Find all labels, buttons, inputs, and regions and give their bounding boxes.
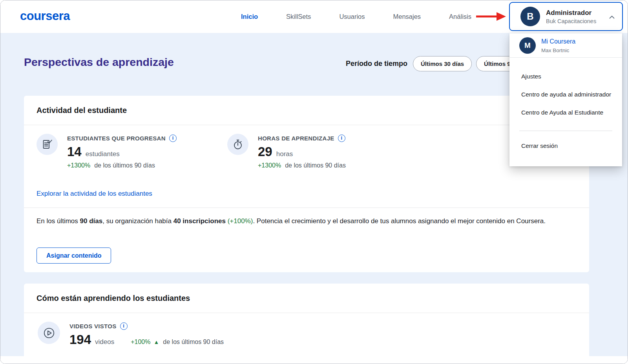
- document-check-icon: [37, 134, 58, 155]
- metric-delta-suffix: de los últimos 90 días: [285, 162, 346, 169]
- nav-item-mensajes[interactable]: Mensajes: [393, 13, 421, 20]
- metric-delta-suffix: de los últimos 90 días: [94, 162, 155, 169]
- account-dropdown-menu: M Mi Coursera Max Bortnic Ajustes Centro…: [509, 33, 622, 166]
- activity-card-title: Actividad del estudiante: [37, 106, 127, 115]
- metric-value: 194: [69, 332, 91, 347]
- explore-activity-link[interactable]: Explorar la actividad de los estudiantes: [37, 190, 152, 198]
- coursera-logo[interactable]: coursera: [20, 9, 70, 23]
- time-period-label: Período de tiempo: [346, 60, 407, 68]
- enrollment-summary: En los últimos 90 días, su organización …: [37, 215, 571, 227]
- metric-delta: +100%: [131, 339, 150, 346]
- summary-text: En los últimos: [37, 217, 80, 225]
- how-students-learn-card: Cómo están aprendiendo los estudiantes V…: [24, 284, 589, 357]
- menu-item-centro-ayuda-administrador[interactable]: Centro de ayuda al administrador: [509, 87, 622, 102]
- nav-item-inicio[interactable]: Inicio: [241, 13, 258, 20]
- metric-label: VIDEOS VISTOS: [69, 323, 117, 329]
- learning-card-title: Cómo están aprendiendo los estudiantes: [37, 294, 190, 303]
- summary-text: , su organización había: [102, 217, 173, 225]
- play-icon: [38, 322, 60, 344]
- metric-unit: horas: [276, 150, 293, 158]
- metric-text: ESTUDIANTES QUE PROGRESAN i 14 estudiant…: [67, 135, 177, 169]
- account-menu-button[interactable]: B Administrador Buk Capacitaciones: [509, 2, 623, 31]
- metric-delta: +1300%: [67, 162, 90, 169]
- profile-title: Mi Coursera: [541, 38, 575, 45]
- assign-content-button[interactable]: Asignar contenido: [37, 248, 111, 264]
- metric-horas-aprendizaje: HORAS DE APRENDIZAJE i 29 horas +1300% d…: [227, 134, 418, 169]
- summary-text: . Potencia el crecimiento y el desarroll…: [253, 217, 546, 225]
- account-name: Administrador: [546, 9, 596, 17]
- period-pill-30-dias[interactable]: Últimos 30 días: [413, 56, 472, 71]
- menu-item-centro-ayuda-estudiante[interactable]: Centro de Ayuda al Estudiante: [509, 105, 622, 120]
- triangle-up-icon: ▲: [153, 339, 159, 345]
- metric-delta: +1300%: [258, 162, 281, 169]
- metric-text: HORAS DE APRENDIZAJE i 29 horas +1300% d…: [258, 135, 346, 169]
- info-icon[interactable]: i: [120, 322, 128, 330]
- user-avatar: M: [519, 37, 536, 54]
- metric-videos-vistos: VIDEOS VISTOS i 194 videos +100% ▲ de lo…: [38, 322, 224, 347]
- menu-item-ajustes[interactable]: Ajustes: [509, 69, 622, 84]
- info-icon[interactable]: i: [169, 135, 177, 142]
- summary-green-delta: (+100%): [228, 217, 253, 225]
- summary-bold-90-dias: 90 días: [80, 217, 103, 225]
- page-title: Perspectivas de aprendizaje: [24, 56, 174, 69]
- nav-item-skillsets[interactable]: SkillSets: [286, 13, 311, 20]
- metric-label: ESTUDIANTES QUE PROGRESAN: [67, 135, 166, 142]
- student-activity-card: Actividad del estudiante: [24, 96, 589, 272]
- chevron-up-icon: [609, 15, 615, 19]
- top-nav-bar: coursera Inicio SkillSets Usuarios Mensa…: [0, 0, 628, 33]
- activity-metrics: ESTUDIANTES QUE PROGRESAN i 14 estudiant…: [37, 134, 418, 169]
- metric-value: 14: [67, 144, 82, 159]
- account-text: Administrador Buk Capacitaciones: [546, 9, 596, 24]
- admin-avatar: B: [520, 7, 540, 26]
- metric-text: VIDEOS VISTOS i 194 videos +100% ▲ de lo…: [69, 322, 224, 347]
- card-header: Cómo están aprendiendo los estudiantes: [24, 284, 589, 313]
- dropdown-profile-mi-coursera[interactable]: M Mi Coursera Max Bortnic: [509, 33, 622, 58]
- metric-unit: videos: [95, 338, 114, 346]
- stopwatch-icon: [227, 134, 248, 155]
- summary-bold-inscripciones: 40 inscripciones: [173, 217, 226, 225]
- profile-subtitle: Max Bortnic: [541, 47, 569, 53]
- nav-item-usuarios[interactable]: Usuarios: [339, 13, 365, 20]
- menu-item-cerrar-sesion[interactable]: Cerrar sesión: [509, 138, 622, 154]
- metric-label: HORAS DE APRENDIZAJE: [258, 135, 334, 142]
- metric-unit: estudiantes: [86, 150, 120, 158]
- primary-nav: Inicio SkillSets Usuarios Mensajes Análi…: [241, 0, 471, 33]
- metric-delta-suffix: de los últimos 90 días: [163, 339, 224, 346]
- metric-estudiantes-progresan: ESTUDIANTES QUE PROGRESAN i 14 estudiant…: [37, 134, 227, 169]
- metric-value: 29: [258, 144, 272, 159]
- card-divider: [24, 207, 589, 208]
- bottom-strip: [0, 356, 628, 364]
- nav-item-analisis[interactable]: Análisis: [449, 13, 471, 20]
- info-icon[interactable]: i: [338, 135, 345, 142]
- account-org: Buk Capacitaciones: [546, 18, 596, 24]
- card-header: Actividad del estudiante: [24, 96, 589, 125]
- menu-divider: [519, 131, 612, 131]
- screenshot-frame: coursera Inicio SkillSets Usuarios Mensa…: [0, 0, 628, 364]
- red-arrow-annotation: [475, 12, 507, 21]
